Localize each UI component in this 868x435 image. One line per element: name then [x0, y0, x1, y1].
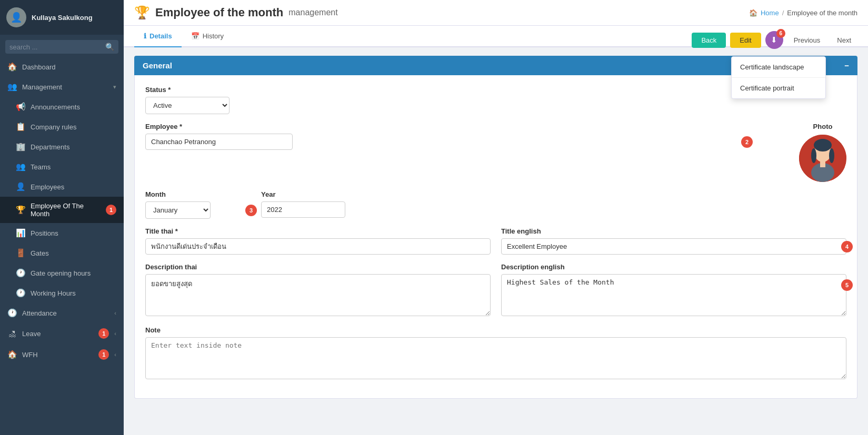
sidebar-item-positions[interactable]: 📊 Positions [0, 223, 124, 243]
sidebar-item-employee-of-month[interactable]: 🏆 Employee Of The Month 1 [0, 197, 124, 223]
status-group: Status * Active Inactive [145, 86, 230, 114]
page-title-area: 🏆 Employee of the month management [134, 5, 744, 20]
title-row: Title thai * Title english 4 [145, 227, 846, 255]
description-thai-textarea[interactable]: ยอดขายสูงสุด [145, 274, 491, 316]
title-english-input[interactable] [501, 238, 846, 255]
breadcrumb-home[interactable]: Home [761, 9, 779, 17]
sidebar-item-attendance[interactable]: 🕐 Attendance ‹ [0, 303, 124, 323]
topbar: 🏆 Employee of the month management 🏠 Hom… [124, 0, 868, 26]
chevron-right-icon: ‹ [114, 351, 116, 358]
note-textarea[interactable] [145, 337, 846, 379]
tab-details[interactable]: ℹ Details [134, 26, 182, 47]
year-input[interactable] [261, 201, 345, 218]
dashboard-icon: 🏠 [7, 62, 17, 72]
badge-3: 3 [245, 205, 257, 216]
sidebar-item-label: Teams [31, 163, 116, 171]
chevron-right-icon: ‹ [114, 330, 116, 337]
download-dropdown: Certificate landscape Certificate portra… [731, 56, 826, 99]
avatar-svg [799, 135, 846, 182]
sidebar-item-company-rules[interactable]: 📋 Company rules [0, 117, 124, 137]
employee-label: Employee * [145, 123, 746, 130]
title-english-label: Title english [501, 227, 846, 235]
tab-details-label: Details [149, 32, 172, 40]
sidebar-username: Kullaya Sakulkong [32, 14, 93, 22]
description-english-wrap: Highest Sales of the Month 5 [501, 274, 846, 318]
employee-input-wrap: 2 [145, 134, 746, 150]
departments-icon: 🏢 [16, 142, 25, 151]
next-button[interactable]: Next [831, 33, 857, 48]
month-group: Month January February March April May J… [145, 190, 251, 219]
attendance-icon: 🕐 [7, 308, 17, 318]
svg-rect-6 [820, 161, 825, 167]
title-english-group: Title english 4 [501, 227, 846, 255]
gates-icon: 🚪 [16, 248, 25, 258]
description-english-group: Description english Highest Sales of the… [501, 263, 846, 318]
info-icon: ℹ [144, 32, 146, 40]
positions-icon: 📊 [16, 228, 25, 238]
description-english-label: Description english [501, 263, 846, 271]
sidebar-item-label: Employees [31, 183, 116, 191]
sidebar-item-gate-opening[interactable]: 🕐 Gate opening hours [0, 263, 124, 283]
sidebar-item-gates[interactable]: 🚪 Gates [0, 243, 124, 263]
sidebar-item-label: Management [22, 83, 108, 91]
sidebar-item-dashboard[interactable]: 🏠 Dashboard [0, 57, 124, 77]
sidebar-item-label: Company rules [31, 123, 116, 131]
status-select[interactable]: Active Inactive [145, 97, 230, 114]
trophy-icon: 🏆 [16, 205, 25, 215]
employees-icon: 👤 [16, 182, 25, 191]
badge-2: 2 [741, 136, 753, 148]
search-icon: 🔍 [105, 43, 114, 51]
sidebar-item-departments[interactable]: 🏢 Departments [0, 137, 124, 157]
title-thai-input[interactable] [145, 238, 491, 255]
dropdown-item-portrait[interactable]: Certificate portrait [732, 78, 825, 98]
sidebar: 👤 Kullaya Sakulkong 🔍 🏠 Dashboard 👥 Mana… [0, 0, 124, 435]
sidebar-item-label: Gate opening hours [31, 269, 116, 277]
tab-history[interactable]: 📅 History [182, 26, 233, 47]
content-area: ℹ Details 📅 History Back Edit ⬇ 6 Previo… [124, 26, 868, 435]
sidebar-item-management[interactable]: 👥 Management ▾ [0, 77, 124, 97]
sidebar-item-label: Gates [31, 249, 116, 257]
sidebar-item-leave[interactable]: 🏖 Leave 1 ‹ [0, 323, 124, 344]
sidebar-item-label: Dashboard [22, 63, 116, 71]
sidebar-item-teams[interactable]: 👥 Teams [0, 157, 124, 177]
sidebar-item-label: Employee Of The Month [31, 202, 101, 218]
description-english-textarea[interactable]: Highest Sales of the Month [501, 274, 846, 316]
search-input[interactable] [9, 43, 102, 51]
description-thai-label: Description thai [145, 263, 491, 271]
sidebar-item-employees[interactable]: 👤 Employees [0, 177, 124, 197]
sidebar-item-wfh[interactable]: 🏠 WFH 1 ‹ [0, 344, 124, 365]
svg-point-3 [811, 148, 816, 163]
sidebar-header: 👤 Kullaya Sakulkong [0, 0, 124, 35]
title-english-wrap: 4 [501, 238, 846, 255]
page-subtitle: management [288, 8, 337, 17]
sidebar-item-label: WFH [22, 351, 93, 359]
download-badge: 6 [776, 29, 785, 38]
sidebar-item-label: Positions [31, 229, 116, 237]
back-button[interactable]: Back [692, 33, 726, 48]
employee-input[interactable] [145, 134, 293, 150]
breadcrumb-current: Employee of the month [787, 9, 857, 17]
month-select[interactable]: January February March April May June Ju… [145, 201, 211, 219]
edit-button[interactable]: Edit [730, 33, 761, 48]
main-content: 🏆 Employee of the month management 🏠 Hom… [124, 0, 868, 435]
chevron-down-icon: ▾ [113, 84, 116, 90]
dropdown-item-landscape[interactable]: Certificate landscape [732, 57, 825, 78]
wfh-icon: 🏠 [7, 350, 17, 359]
chevron-right-icon: ‹ [114, 310, 116, 316]
page-title: Employee of the month [155, 6, 283, 19]
sidebar-item-working-hours[interactable]: 🕐 Working Hours [0, 283, 124, 303]
badge-5: 5 [841, 279, 853, 291]
month-select-wrap: January February March April May June Ju… [145, 201, 251, 219]
photo-label: Photo [813, 123, 833, 130]
working-hours-icon: 🕐 [16, 288, 25, 298]
sidebar-badge-1: 1 [106, 205, 116, 215]
breadcrumb-separator: / [782, 9, 784, 17]
wfh-badge: 1 [98, 349, 109, 360]
collapse-icon[interactable]: − [844, 61, 849, 70]
employee-photo [799, 135, 846, 182]
form-section: General − Status * Active Inactive [134, 56, 857, 399]
previous-button[interactable]: Previous [787, 33, 827, 48]
sidebar-item-announcements[interactable]: 📢 Announcements [0, 97, 124, 117]
sidebar-search[interactable]: 🔍 [5, 40, 118, 54]
leave-icon: 🏖 [7, 329, 17, 338]
